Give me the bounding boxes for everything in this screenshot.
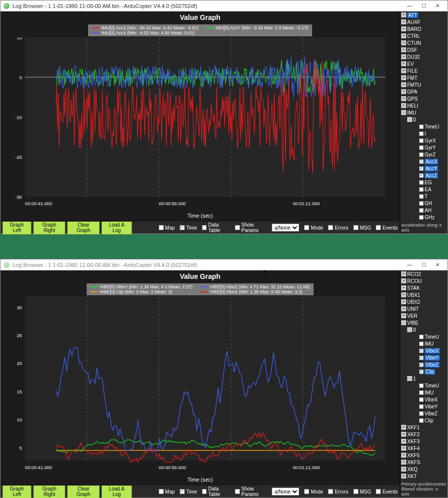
tree-item-timeu[interactable]: +TimeU (400, 123, 448, 130)
expand-icon[interactable]: + (401, 271, 406, 276)
errors-checkbox[interactable]: Errors (328, 225, 348, 231)
tree-item-att[interactable]: +ATT (400, 11, 448, 18)
msg-checkbox[interactable]: MSG (353, 489, 371, 495)
datatable-checkbox[interactable]: Data Table (202, 486, 230, 497)
time-checkbox[interactable]: Time (180, 489, 197, 495)
field-checkbox[interactable] (419, 349, 424, 353)
clear-graph-button[interactable]: Clear Graph (67, 221, 100, 235)
expand-icon[interactable]: + (401, 82, 406, 87)
tree-item-vibex[interactable]: +VibeX (400, 347, 448, 354)
tree-item-ctrl[interactable]: +CTRL (400, 32, 448, 39)
tree-item-xkf1[interactable]: +XKF1 (400, 424, 448, 431)
load-log-button[interactable]: Load A Log (102, 485, 132, 498)
expand-icon[interactable]: + (401, 292, 406, 297)
expand-icon[interactable]: + (401, 285, 406, 290)
expand-icon[interactable]: + (401, 61, 406, 66)
expand-icon[interactable]: + (401, 47, 406, 52)
tree-item-clip[interactable]: +Clip (400, 417, 448, 424)
mode-checkbox[interactable]: Mode (304, 225, 323, 231)
field-tree[interactable]: +ATT+AUXF+BARO+CTRL+CTUN+DSF+DU32+EV+FIL… (400, 11, 448, 222)
maximize-button[interactable]: ☐ (417, 260, 431, 269)
tree-item-ea[interactable]: +EA (400, 186, 448, 193)
field-checkbox[interactable] (419, 397, 424, 402)
tree-item-vibex[interactable]: +VibeX (400, 396, 448, 403)
field-checkbox[interactable] (419, 215, 424, 220)
msg-checkbox[interactable]: MSG (353, 225, 371, 231)
collapse-icon[interactable]: - (401, 110, 406, 115)
field-checkbox[interactable] (419, 187, 424, 192)
map-checkbox[interactable]: Map (159, 225, 175, 231)
tree-item-0[interactable]: -0 (400, 326, 448, 333)
titlebar[interactable]: Log Browser - 1 1-01-1980 11-00-00 AM.bi… (0, 0, 448, 11)
tree-item-file[interactable]: +FILE (400, 67, 448, 74)
graph-left-button[interactable]: Graph Left (2, 221, 31, 235)
minimize-button[interactable]: — (403, 1, 417, 10)
field-checkbox[interactable] (419, 404, 424, 409)
field-checkbox[interactable] (419, 173, 424, 178)
tree-item-imu[interactable]: -IMU (400, 109, 448, 116)
tree-item-xkf2[interactable]: +XKF2 (400, 431, 448, 438)
tree-item-vibey[interactable]: +VibeY (400, 354, 448, 361)
expand-icon[interactable]: + (401, 299, 406, 304)
field-checkbox[interactable] (419, 390, 424, 395)
tree-item-unit[interactable]: +UNIT (400, 305, 448, 312)
expand-icon[interactable]: + (401, 19, 406, 24)
mode-checkbox[interactable]: Mode (304, 489, 323, 495)
tree-item-i[interactable]: +I (400, 130, 448, 137)
tree-item-rcou[interactable]: +RCOU (400, 277, 448, 284)
tree-item-dsf[interactable]: +DSF (400, 46, 448, 53)
expand-icon[interactable]: + (401, 12, 406, 17)
tree-item-vibe[interactable]: -VIBE (400, 319, 448, 326)
field-checkbox[interactable] (419, 342, 424, 346)
tree-item-ubx2[interactable]: +UBX2 (400, 298, 448, 305)
tree-item-xkt[interactable]: +XKT (400, 473, 448, 480)
expand-icon[interactable]: + (401, 474, 406, 479)
close-button[interactable]: ✕ (431, 260, 445, 269)
field-checkbox[interactable] (419, 335, 424, 339)
tree-item-gyrx[interactable]: +GyrX (400, 137, 448, 144)
tree-item-fmt[interactable]: +FMT (400, 74, 448, 81)
tree-item-imu[interactable]: +IMU (400, 389, 448, 396)
tree-item-t[interactable]: +T (400, 193, 448, 200)
field-checkbox[interactable] (419, 383, 424, 388)
close-button[interactable]: ✕ (431, 1, 445, 10)
expand-icon[interactable]: + (401, 306, 406, 311)
tree-item-baro[interactable]: +BARO (400, 25, 448, 32)
expand-icon[interactable]: + (401, 75, 406, 80)
tree-item-timeu[interactable]: +TimeU (400, 333, 448, 340)
axis-select[interactable]: a/None (272, 224, 299, 232)
expand-icon[interactable]: + (401, 103, 406, 108)
tree-item-heli[interactable]: +HELI (400, 102, 448, 109)
time-checkbox[interactable]: Time (180, 225, 197, 231)
field-tree[interactable]: +RCO2+RCOU+STAK+UBX1+UBX2+UNIT+VER-VIBE-… (400, 270, 448, 481)
maximize-button[interactable]: ☐ (417, 1, 431, 10)
field-checkbox[interactable] (419, 418, 424, 423)
field-checkbox[interactable] (419, 208, 424, 213)
collapse-icon[interactable]: - (401, 320, 406, 325)
tree-item-vibez[interactable]: +VibeZ (400, 410, 448, 417)
tree-item-accy[interactable]: +AccY (400, 165, 448, 172)
tree-item-xkf4[interactable]: +XKF4 (400, 445, 448, 452)
expand-icon[interactable]: + (401, 278, 406, 283)
tree-item-rco2[interactable]: +RCO2 (400, 270, 448, 277)
tree-item-gpa[interactable]: +GPA (400, 88, 448, 95)
field-checkbox[interactable] (419, 152, 424, 157)
tree-item-ah[interactable]: +AH (400, 207, 448, 214)
showparams-checkbox[interactable]: Show Params (235, 486, 270, 497)
field-checkbox[interactable] (419, 159, 424, 164)
collapse-icon[interactable]: - (407, 376, 412, 381)
errors-checkbox[interactable]: Errors (328, 489, 348, 495)
plot-canvas[interactable]: 10 0 -10 -20 -30 00:00:41.000 00:00:56 (4, 37, 396, 213)
tree-item-clip[interactable]: +Clip (400, 368, 448, 375)
tree-item-vibez[interactable]: +VibeZ (400, 361, 448, 368)
tree-item-1[interactable]: -1 (400, 375, 448, 382)
expand-icon[interactable]: + (401, 54, 406, 59)
expand-icon[interactable]: + (401, 432, 406, 437)
tree-item-ubx1[interactable]: +UBX1 (400, 291, 448, 298)
tree-item-du32[interactable]: +DU32 (400, 53, 448, 60)
graph-left-button[interactable]: Graph Left (2, 485, 31, 498)
field-checkbox[interactable] (419, 201, 424, 206)
datatable-checkbox[interactable]: Data Table (202, 222, 230, 233)
field-checkbox[interactable] (419, 370, 424, 374)
field-checkbox[interactable] (419, 180, 424, 185)
